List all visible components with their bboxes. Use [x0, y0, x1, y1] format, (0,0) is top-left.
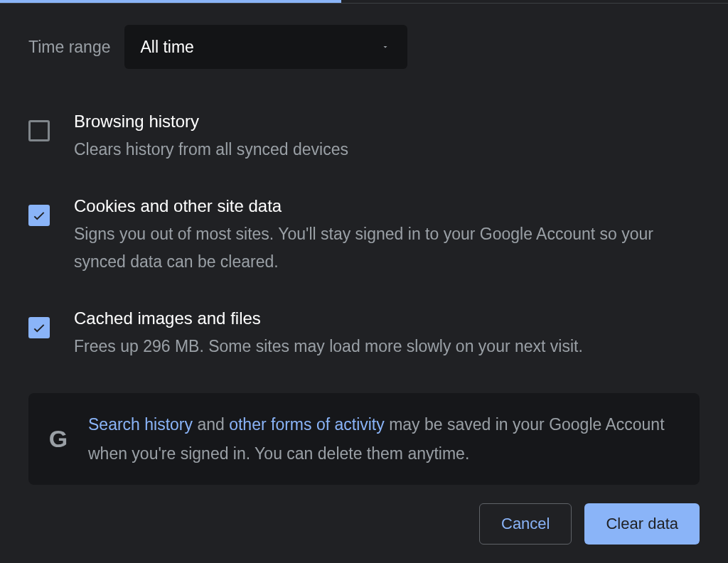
other-activity-link[interactable]: other forms of activity	[229, 415, 385, 434]
option-cookies: Cookies and other site data Signs you ou…	[28, 196, 700, 276]
browsing-history-title: Browsing history	[74, 112, 700, 132]
cache-text: Cached images and files Frees up 296 MB.…	[74, 309, 700, 360]
check-icon	[31, 208, 47, 223]
header-divider	[0, 3, 728, 4]
dialog-content: Time range All time Browsing history Cle…	[0, 0, 728, 485]
cache-checkbox[interactable]	[28, 317, 50, 338]
browsing-history-desc: Clears history from all synced devices	[74, 136, 700, 163]
cookies-text: Cookies and other site data Signs you ou…	[74, 196, 700, 276]
cache-desc: Frees up 296 MB. Some sites may load mor…	[74, 333, 700, 360]
time-range-selected: All time	[140, 38, 193, 57]
time-range-label: Time range	[28, 38, 110, 57]
option-browsing-history: Browsing history Clears history from all…	[28, 112, 700, 163]
info-mid1: and	[193, 415, 229, 434]
cancel-button[interactable]: Cancel	[479, 503, 572, 545]
time-range-row: Time range All time	[28, 25, 700, 69]
cookies-desc: Signs you out of most sites. You'll stay…	[74, 220, 700, 276]
cookies-title: Cookies and other site data	[74, 196, 700, 216]
google-logo-icon: G	[46, 425, 71, 453]
search-history-link[interactable]: Search history	[88, 415, 193, 434]
cache-title: Cached images and files	[74, 309, 700, 328]
info-text: Search history and other forms of activi…	[88, 410, 680, 468]
time-range-select[interactable]: All time	[124, 25, 407, 69]
option-cache: Cached images and files Frees up 296 MB.…	[28, 309, 700, 360]
check-icon	[31, 320, 47, 336]
dialog-button-row: Cancel Clear data	[479, 503, 700, 545]
cookies-checkbox[interactable]	[28, 205, 50, 226]
browsing-history-text: Browsing history Clears history from all…	[74, 112, 700, 163]
chevron-down-icon	[379, 40, 392, 55]
browsing-history-checkbox[interactable]	[28, 120, 50, 141]
clear-data-button[interactable]: Clear data	[584, 503, 700, 545]
google-account-info-panel: G Search history and other forms of acti…	[28, 393, 700, 485]
